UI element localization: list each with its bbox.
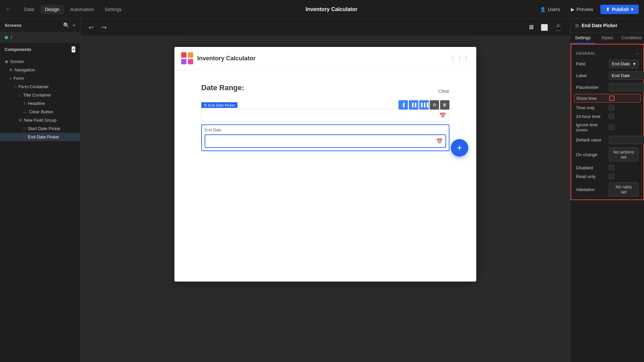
left-sidebar: Screens 🔍 + / Components + ▣ Screen ⊞ Na… (0, 19, 80, 362)
label-value-group: ⚡ (609, 71, 644, 80)
hour24-checkbox[interactable] (609, 114, 614, 119)
components-header: Components + (0, 43, 80, 56)
end-date-picker-badge: ⊟ End Date Picker (201, 102, 237, 108)
screen-item-root[interactable]: / (0, 32, 80, 43)
add-screen-button[interactable]: + (72, 22, 75, 28)
field-select-chevron: ▾ (633, 61, 636, 66)
tab-design[interactable]: Design (40, 5, 64, 14)
start-date-input[interactable] (201, 109, 449, 122)
fab-add-button[interactable]: + (451, 139, 468, 157)
delete-button[interactable]: 🗑 (440, 100, 449, 110)
add-component-button[interactable]: + (71, 46, 75, 53)
title-container-tree-icon: □ (19, 93, 21, 97)
on-change-button[interactable]: No actions set (609, 147, 639, 162)
clear-button-tree-icon: — (23, 110, 27, 114)
screens-list: / (0, 32, 80, 43)
users-button[interactable]: 👤 Users (537, 5, 564, 14)
disabled-row: Disabled (571, 163, 643, 172)
general-collapse-button[interactable]: − (636, 51, 639, 56)
validation-label: Validation (576, 187, 606, 192)
label-input[interactable] (609, 71, 644, 80)
screens-label: Screens (5, 23, 22, 28)
undo-button[interactable]: ↩ (86, 22, 96, 33)
time-only-checkbox[interactable] (609, 105, 614, 110)
layout-3col-button[interactable]: ▐▐▐ (419, 100, 429, 110)
start-date-picker-tree-icon: □ (23, 127, 26, 131)
tree-item-title-container[interactable]: □ Title Container (0, 91, 80, 99)
field-select[interactable]: End Date ▾ (609, 60, 639, 68)
tree-item-end-date-picker[interactable]: □ End Date Picker (0, 133, 80, 141)
app-canvas-title: Inventory Calculator (197, 55, 256, 62)
start-calendar-icon: 📅 (439, 112, 446, 119)
form-tree-icon: ≡ (9, 76, 11, 80)
placeholder-input[interactable] (609, 83, 644, 92)
tab-data[interactable]: Data (19, 5, 39, 14)
screen-item-label: / (11, 35, 12, 40)
end-date-label: End Date (205, 128, 446, 132)
nav-tabs: Data Design Automation Settings (19, 5, 126, 14)
label-label: Label (576, 73, 606, 78)
tab-styles[interactable]: Styles (595, 33, 620, 44)
right-panel: ⊟ End Date Picker Settings Styles Condit… (570, 19, 644, 362)
read-only-row: Read only (571, 172, 643, 181)
tree-item-form-container[interactable]: □ Form Container (0, 82, 80, 91)
placeholder-row: Placeholder ⚡ (571, 81, 643, 93)
read-only-checkbox[interactable] (609, 174, 614, 179)
layout-2col-button[interactable]: ▐▐ (409, 100, 418, 110)
show-time-checkbox[interactable] (609, 96, 614, 101)
tree-item-navigation[interactable]: ⊞ Navigation (0, 66, 80, 74)
on-change-value: No actions set (609, 147, 639, 162)
tab-conditions[interactable]: Conditions (620, 33, 644, 44)
default-value-label: Default value (576, 137, 606, 142)
clear-button[interactable]: Clear (438, 88, 449, 94)
date-range-title: Date Range: (201, 83, 244, 92)
tab-settings[interactable]: Settings (571, 33, 595, 44)
tree-item-start-date-picker[interactable]: □ Start Date Picker (0, 124, 80, 133)
canvas-wrapper: Inventory Calculator ⋮⋮⋮ Date Range: Cle… (80, 36, 570, 362)
mobile-view-button[interactable]: 📱 (552, 22, 565, 33)
tablet-view-button[interactable]: ⬜ (538, 22, 551, 33)
search-icon-button[interactable]: 🔍 (63, 22, 70, 28)
page-title: Inventory Calculator (126, 6, 537, 12)
publish-button[interactable]: ⬆ Publish ▾ (600, 5, 639, 14)
panel-title: End Date Picker (582, 23, 618, 28)
show-time-label: Show time (576, 96, 606, 101)
logo-icon (181, 52, 193, 64)
disabled-checkbox[interactable] (609, 165, 614, 170)
layout-1col-button[interactable]: ▐ (398, 100, 408, 110)
preview-button[interactable]: ▶ Preview (568, 5, 597, 14)
validation-button[interactable]: No rules set (609, 182, 639, 196)
tab-automation[interactable]: Automation (65, 5, 99, 14)
tree-item-screen[interactable]: ▣ Screen (0, 57, 80, 66)
end-calendar-icon: 📅 (436, 138, 443, 144)
canvas-toolbar: ↩ ↪ 🖥 ⬜ 📱 (80, 19, 570, 36)
tree-item-label: Headline (28, 101, 45, 106)
screen-status-dot (5, 36, 8, 39)
default-value-row: Default value ⚡ (571, 134, 643, 146)
back-button[interactable]: ← (5, 6, 11, 13)
tree-item-form[interactable]: ≡ Form (0, 74, 80, 82)
redo-button[interactable]: ↪ (99, 22, 109, 33)
validation-value: No rules set (609, 182, 639, 196)
tree-item-clear-button[interactable]: — Clear Button (0, 108, 80, 116)
users-label: Users (548, 7, 560, 12)
label-row: Label ⚡ (571, 70, 643, 81)
tree-item-new-field-group[interactable]: ⊞ New Field Group (0, 116, 80, 124)
tree-item-headline[interactable]: T Headline (0, 99, 80, 108)
default-value-input[interactable] (609, 136, 644, 144)
screens-section-header: Screens 🔍 + (0, 19, 80, 32)
app-dots-menu[interactable]: ⋮⋮⋮ (449, 54, 470, 62)
desktop-view-button[interactable]: 🖥 (525, 22, 537, 33)
general-section: GENERAL − Field End Date ▾ Label (571, 44, 644, 200)
default-value-group: ⚡ (609, 136, 644, 144)
components-label: Components (5, 47, 31, 52)
tab-settings[interactable]: Settings (100, 5, 126, 14)
tree-item-label: End Date Picker (28, 134, 59, 139)
end-date-input[interactable] (205, 134, 446, 148)
field-select-value: End Date (612, 61, 630, 66)
tree-item-label: New Field Group (24, 118, 57, 123)
ignore-tz-checkbox[interactable] (609, 125, 614, 130)
nav-right-actions: 👤 Users ▶ Preview ⬆ Publish ▾ (537, 5, 639, 14)
copy-button[interactable]: ⧉ (430, 100, 439, 110)
end-date-picker-tree-icon: □ (23, 135, 26, 139)
